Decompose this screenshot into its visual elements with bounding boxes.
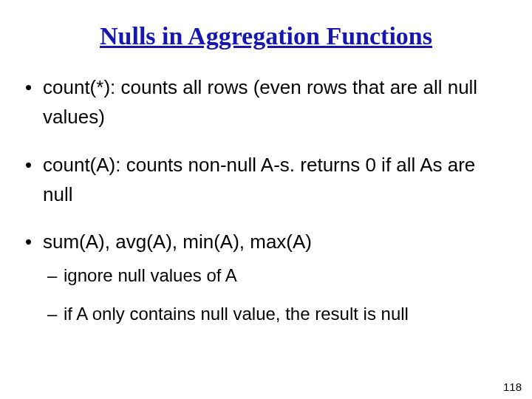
bullet-item: sum(A), avg(A), min(A), max(A) ignore nu…: [22, 227, 510, 327]
bullet-text: count(*): counts all rows (even rows tha…: [43, 76, 477, 128]
sub-bullet-item: ignore null values of A: [47, 262, 510, 289]
bullet-text: sum(A), avg(A), min(A), max(A): [43, 231, 312, 253]
sub-bullet-list: ignore null values of A if A only contai…: [47, 262, 510, 327]
page-number: 118: [503, 381, 522, 393]
bullet-text: count(A): counts non-null A-s. returns 0…: [43, 154, 475, 205]
bullet-item: count(A): counts non-null A-s. returns 0…: [22, 150, 510, 210]
slide-title: Nulls in Aggregation Functions: [22, 22, 510, 50]
sub-bullet-text: ignore null values of A: [64, 265, 237, 285]
sub-bullet-item: if A only contains null value, the resul…: [47, 301, 510, 327]
sub-bullet-text: if A only contains null value, the resul…: [64, 304, 409, 324]
bullet-list: count(*): counts all rows (even rows tha…: [22, 72, 510, 327]
slide: Nulls in Aggregation Functions count(*):…: [0, 0, 532, 399]
bullet-item: count(*): counts all rows (even rows tha…: [22, 72, 510, 132]
